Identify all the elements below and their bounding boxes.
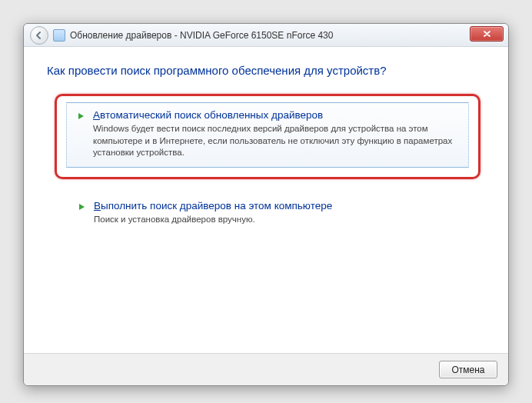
arrow-right-icon: [77, 200, 91, 226]
close-button[interactable]: [470, 26, 504, 42]
dialog-window: Обновление драйверов - NVIDIA GeForce 61…: [23, 23, 509, 386]
option-auto-search[interactable]: Автоматический поиск обновленных драйвер…: [55, 94, 480, 179]
back-button[interactable]: [30, 26, 48, 45]
dialog-question: Как провести поиск программного обеспече…: [47, 64, 485, 77]
cancel-button[interactable]: Отмена: [439, 361, 497, 378]
option-auto-desc: Windows будет вести поиск последних верс…: [93, 123, 459, 159]
arrow-left-icon: [35, 31, 44, 40]
dialog-body: Как провести поиск программного обеспече…: [24, 47, 508, 353]
cancel-label: Отмена: [451, 365, 484, 375]
app-icon: [53, 29, 65, 42]
titlebar: Обновление драйверов - NVIDIA GeForce 61…: [24, 24, 508, 47]
option-manual-search[interactable]: Выполнить поиск драйверов на этом компью…: [56, 192, 479, 236]
option-manual-desc: Поиск и установка драйверов вручную.: [94, 214, 458, 226]
dialog-footer: Отмена: [24, 353, 508, 385]
window-title: Обновление драйверов - NVIDIA GeForce 61…: [70, 30, 333, 41]
close-icon: [483, 30, 491, 38]
arrow-right-icon: [76, 109, 90, 159]
option-manual-title: Выполнить поиск драйверов на этом компью…: [94, 200, 458, 211]
option-auto-title: Автоматический поиск обновленных драйвер…: [93, 109, 459, 121]
